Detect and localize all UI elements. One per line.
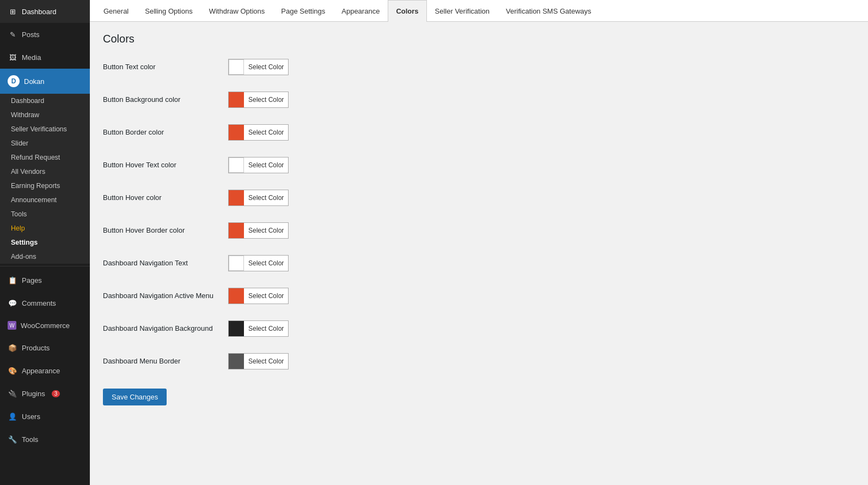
color-picker-dash-nav-bg[interactable]: Select Color	[228, 320, 289, 337]
color-picker-btn-hover-text-color[interactable]: Select Color	[228, 157, 289, 173]
sidebar-sub-add-ons[interactable]: Add-ons	[0, 250, 90, 264]
sidebar-sub-slider[interactable]: Slider	[0, 136, 90, 150]
sidebar-sub-announcement[interactable]: Announcement	[0, 193, 90, 207]
sidebar-item-woocommerce[interactable]: W WooCommerce	[0, 314, 90, 336]
color-row-dash-nav-text: Dashboard Navigation TextSelect Color	[103, 252, 855, 274]
color-row-btn-text-color: Button Text colorSelect Color	[103, 56, 855, 78]
sidebar-item-label: Products	[22, 344, 50, 352]
appearance-icon: 🎨	[8, 366, 17, 375]
products-icon: 📦	[8, 343, 17, 353]
sidebar-item-tools[interactable]: 🔧 Tools	[0, 428, 90, 451]
woocommerce-icon: W	[8, 321, 16, 330]
posts-icon: ✎	[8, 29, 17, 39]
sidebar-item-products[interactable]: 📦 Products	[0, 336, 90, 359]
save-button[interactable]: Save Changes	[103, 389, 167, 405]
tab-verification-sms-gateways[interactable]: Verification SMS Gateways	[498, 0, 600, 22]
color-rows-container: Button Text colorSelect ColorButton Back…	[103, 56, 855, 372]
color-picker-text-btn-hover-color: Select Color	[244, 194, 288, 202]
sidebar-item-label: Users	[22, 413, 40, 421]
sidebar-sub-withdraw[interactable]: Withdraw	[0, 108, 90, 122]
color-label-btn-border-color: Button Border color	[103, 128, 228, 137]
sidebar-sub-refund-request[interactable]: Refund Request	[0, 150, 90, 165]
color-row-btn-border-color: Button Border colorSelect Color	[103, 122, 855, 143]
tabs-bar: GeneralSelling OptionsWithdraw OptionsPa…	[90, 0, 868, 22]
color-picker-text-dash-menu-border: Select Color	[244, 357, 288, 365]
media-icon: 🖼	[8, 52, 17, 62]
sidebar: ⊞ Dashboard ✎ Posts 🖼 Media D Dokan Dash…	[0, 0, 90, 485]
sidebar-sub-tools[interactable]: Tools	[0, 207, 90, 221]
color-picker-btn-text-color[interactable]: Select Color	[228, 59, 289, 75]
sidebar-item-label: Tools	[22, 435, 38, 444]
color-label-btn-text-color: Button Text color	[103, 62, 228, 72]
color-picker-btn-hover-border-color[interactable]: Select Color	[228, 222, 289, 239]
sidebar-item-media[interactable]: 🖼 Media	[0, 46, 90, 69]
sidebar-sub-all-vendors[interactable]: All Vendors	[0, 165, 90, 179]
color-row-dash-menu-border: Dashboard Menu BorderSelect Color	[103, 350, 855, 372]
page-title: Colors	[103, 33, 855, 45]
color-picker-dash-menu-border[interactable]: Select Color	[228, 353, 289, 369]
main-content: GeneralSelling OptionsWithdraw OptionsPa…	[90, 0, 868, 485]
sidebar-item-comments[interactable]: 💬 Comments	[0, 292, 90, 314]
users-icon: 👤	[8, 411, 17, 421]
sidebar-item-label: Posts	[22, 31, 40, 39]
color-swatch-btn-hover-color	[229, 190, 244, 205]
sidebar-item-label: Media	[22, 53, 41, 62]
color-picker-dash-nav-text[interactable]: Select Color	[228, 255, 289, 271]
sidebar-item-users[interactable]: 👤 Users	[0, 405, 90, 428]
sidebar-item-appearance[interactable]: 🎨 Appearance	[0, 359, 90, 382]
color-picker-btn-bg-color[interactable]: Select Color	[228, 92, 289, 108]
color-label-btn-hover-text-color: Button Hover Text color	[103, 160, 228, 170]
sidebar-sub-seller-verifications[interactable]: Seller Verifications	[0, 122, 90, 136]
color-picker-btn-border-color[interactable]: Select Color	[228, 124, 289, 141]
sidebar-item-plugins[interactable]: 🔌 Plugins 3	[0, 382, 90, 405]
color-row-dash-nav-active: Dashboard Navigation Active MenuSelect C…	[103, 285, 855, 307]
plugins-icon: 🔌	[8, 389, 17, 398]
color-picker-dash-nav-active[interactable]: Select Color	[228, 288, 289, 304]
tab-selling-options[interactable]: Selling Options	[137, 0, 200, 22]
sidebar-sub-earning-reports[interactable]: Earning Reports	[0, 179, 90, 193]
dashboard-icon: ⊞	[8, 7, 17, 16]
color-label-btn-hover-border-color: Button Hover Border color	[103, 226, 228, 235]
sidebar-item-label: Plugins	[22, 390, 45, 398]
tab-seller-verification[interactable]: Seller Verification	[427, 0, 498, 22]
color-label-dash-nav-active: Dashboard Navigation Active Menu	[103, 291, 228, 301]
sidebar-item-posts[interactable]: ✎ Posts	[0, 23, 90, 46]
tab-general[interactable]: General	[95, 0, 137, 22]
comments-icon: 💬	[8, 298, 17, 308]
color-swatch-btn-text-color	[229, 59, 244, 75]
sidebar-item-dashboard[interactable]: ⊞ Dashboard	[0, 0, 90, 23]
color-picker-text-dash-nav-bg: Select Color	[244, 325, 288, 332]
tab-withdraw-options[interactable]: Withdraw Options	[201, 0, 273, 22]
color-picker-text-btn-hover-border-color: Select Color	[244, 227, 288, 234]
color-swatch-dash-nav-bg	[229, 321, 244, 336]
tab-colors[interactable]: Colors	[388, 0, 426, 22]
sidebar-dokan-label: Dokan	[24, 77, 45, 86]
color-label-dash-nav-bg: Dashboard Navigation Background	[103, 324, 228, 334]
color-swatch-dash-menu-border	[229, 354, 244, 369]
tools-icon: 🔧	[8, 434, 17, 444]
plugins-badge: 3	[52, 390, 60, 397]
color-picker-text-btn-text-color: Select Color	[244, 63, 288, 71]
sidebar-sub-help[interactable]: Help	[0, 221, 90, 235]
color-picker-text-btn-bg-color: Select Color	[244, 96, 288, 104]
sidebar-item-dokan[interactable]: D Dokan	[0, 69, 90, 94]
color-swatch-dash-nav-text	[229, 256, 244, 271]
color-row-dash-nav-bg: Dashboard Navigation BackgroundSelect Co…	[103, 318, 855, 340]
color-label-btn-bg-color: Button Background color	[103, 95, 228, 105]
sidebar-item-label: Comments	[22, 299, 56, 307]
color-row-btn-hover-color: Button Hover colorSelect Color	[103, 187, 855, 209]
color-picker-text-dash-nav-active: Select Color	[244, 292, 288, 300]
color-swatch-btn-border-color	[229, 125, 244, 140]
color-picker-btn-hover-color[interactable]: Select Color	[228, 190, 289, 206]
sidebar-sub-settings[interactable]: Settings	[0, 235, 90, 250]
sidebar-item-label: Dashboard	[22, 8, 57, 16]
color-label-btn-hover-color: Button Hover color	[103, 193, 228, 203]
color-picker-text-dash-nav-text: Select Color	[244, 259, 288, 267]
color-swatch-btn-bg-color	[229, 92, 244, 107]
tab-page-settings[interactable]: Page Settings	[273, 0, 333, 22]
sidebar-sub-dashboard[interactable]: Dashboard	[0, 94, 90, 108]
color-picker-text-btn-border-color: Select Color	[244, 129, 288, 136]
sidebar-item-pages[interactable]: 📋 Pages	[0, 269, 90, 292]
color-swatch-btn-hover-text-color	[229, 157, 244, 173]
tab-appearance[interactable]: Appearance	[333, 0, 388, 22]
